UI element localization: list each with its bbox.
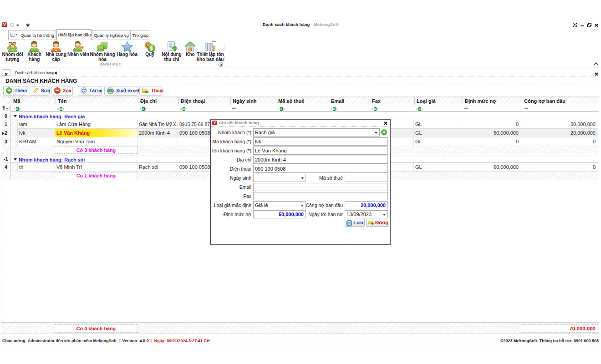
svg-text:$: $ [150, 46, 153, 52]
